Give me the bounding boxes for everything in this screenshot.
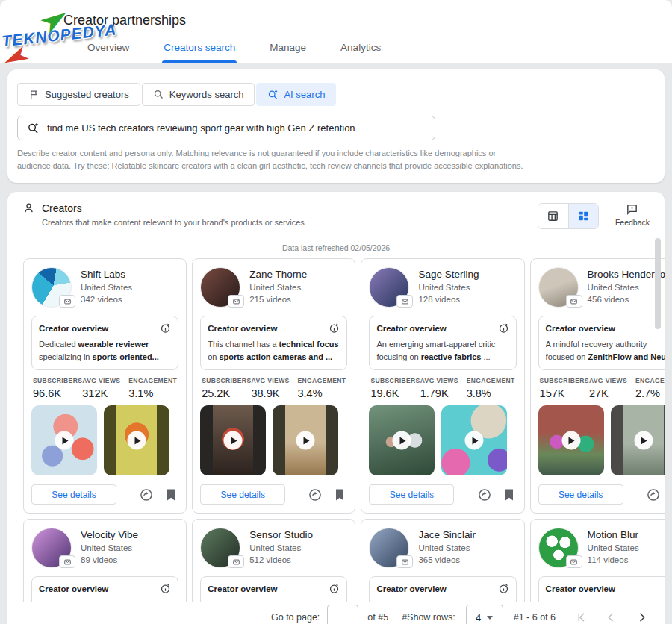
play-icon[interactable] [561,431,580,450]
play-icon[interactable] [465,431,484,450]
share-button[interactable] [646,487,661,502]
creator-country: United States [81,543,138,552]
play-icon[interactable] [128,431,146,450]
search-panel: Suggested creators Keywords search AI se… [7,69,665,183]
results-range-label: #1 - 6 of 6 [514,612,556,623]
overview-text: This channel has a technical focus on sp… [208,338,340,363]
stat-value: 19.6K [370,387,420,399]
bookmark-button[interactable] [164,487,178,502]
info-icon[interactable] [329,322,340,334]
vertical-scrollbar[interactable] [655,238,661,329]
stat-value: 38.9K [251,387,297,399]
feedback-button[interactable]: Feedback [615,203,650,227]
video-thumbnail[interactable] [441,405,507,475]
bookmark-icon [164,487,178,502]
play-icon[interactable] [634,431,653,450]
overview-title: Creator overview [39,584,108,593]
bookmark-button[interactable] [502,487,517,502]
mail-badge [228,555,244,568]
ai-search-button[interactable]: AI search [256,83,336,106]
overview-title: Creator overview [208,584,277,593]
tab-creators-search[interactable]: Creators search [162,34,237,63]
share-button[interactable] [139,487,154,502]
creator-name: Shift Labs [81,269,132,280]
data-refreshed-text: Data last refreshed 02/05/2026 [7,237,665,257]
creator-country: United States [588,543,639,552]
thumbs-row [538,405,665,475]
stat-label: SUBSCRIBERS [202,377,251,384]
thumbs-row [200,405,347,475]
creator-videos: 456 videos [588,295,665,304]
play-icon[interactable] [296,431,315,450]
search-input[interactable] [47,122,426,134]
mail-icon [400,298,410,305]
info-icon[interactable] [329,583,340,594]
suggested-creators-button[interactable]: Suggested creators [17,83,140,106]
info-icon[interactable] [498,322,509,334]
creator-country: United States [249,283,307,292]
stat: SUBSCRIBERS19.6K [370,377,420,399]
video-thumbnail[interactable] [273,405,338,475]
stat: SUBSCRIBERS157K [540,377,589,399]
page-count-label: of #5 [367,612,388,623]
stat: AVG VIEWS38.9K [251,377,297,399]
mail-icon [231,558,241,566]
stat-value: 3.1% [128,387,177,399]
video-thumbnail[interactable] [200,405,266,475]
creator-name: Jace Sinclair [418,529,476,540]
video-thumbnail[interactable] [611,405,665,475]
ai-search-box [17,116,435,140]
share-button[interactable] [477,487,492,502]
page-number-input[interactable] [327,605,358,624]
creator-card: Sage Sterling United States 128 videos C… [361,258,524,514]
play-icon[interactable] [224,431,243,450]
see-details-button[interactable]: See details [31,484,116,505]
see-details-button[interactable]: See details [369,484,454,505]
stat-label: AVG VIEWS [420,377,467,384]
previous-page-icon[interactable] [605,611,618,624]
share-button[interactable] [308,487,323,502]
video-thumbnail[interactable] [104,405,169,475]
stat: ENGAGEMENT2.7% [635,377,665,399]
creators-subtitle: Creators that make content relevant to y… [42,218,538,227]
tab-analytics[interactable]: Analytics [339,34,382,63]
ai-search-icon [267,89,279,100]
dropdown-arrow-icon [487,616,493,620]
keywords-search-button[interactable]: Keywords search [142,83,255,106]
video-thumbnail[interactable] [538,405,604,475]
tab-overview[interactable]: Overview [86,34,131,63]
bookmark-icon [502,487,517,502]
table-view-button[interactable] [538,204,568,228]
rows-per-page-select[interactable]: 4 [466,605,503,624]
mail-badge [228,295,244,308]
stat: AVG VIEWS1.79K [420,377,467,399]
play-icon[interactable] [393,431,411,450]
video-thumbnail[interactable] [369,405,435,475]
creator-name: Sage Sterling [418,269,479,280]
creator-overview-box: Creator overview An emerging smart-appar… [369,316,516,370]
video-thumbnail[interactable] [31,405,97,475]
stat-label: AVG VIEWS [251,377,297,384]
info-icon[interactable] [160,322,171,334]
creator-card: Brooks Henderson United States 456 video… [530,258,665,514]
info-icon[interactable] [160,583,171,594]
stat-value: 1.79K [420,387,467,399]
overview-text: Dedicated wearable reviewer specializing… [39,338,171,363]
share-icon [646,487,661,502]
next-page-icon[interactable] [635,611,648,624]
bookmark-button[interactable] [332,487,347,502]
info-icon[interactable] [498,583,509,594]
stat: SUBSCRIBERS96.6K [33,377,82,399]
see-details-button[interactable]: See details [538,484,623,505]
see-details-button[interactable]: See details [200,484,285,505]
search-helper-text: Describe creator content and persona onl… [17,147,525,172]
play-icon[interactable] [55,431,74,450]
search-icon [153,89,164,100]
tab-manage[interactable]: Manage [268,34,308,63]
first-page-icon[interactable] [575,611,588,624]
stat: AVG VIEWS312K [82,377,128,399]
grid-view-button[interactable] [568,204,598,228]
stat-label: AVG VIEWS [589,377,635,384]
share-icon [139,487,154,502]
overview-title: Creator overview [376,584,446,593]
